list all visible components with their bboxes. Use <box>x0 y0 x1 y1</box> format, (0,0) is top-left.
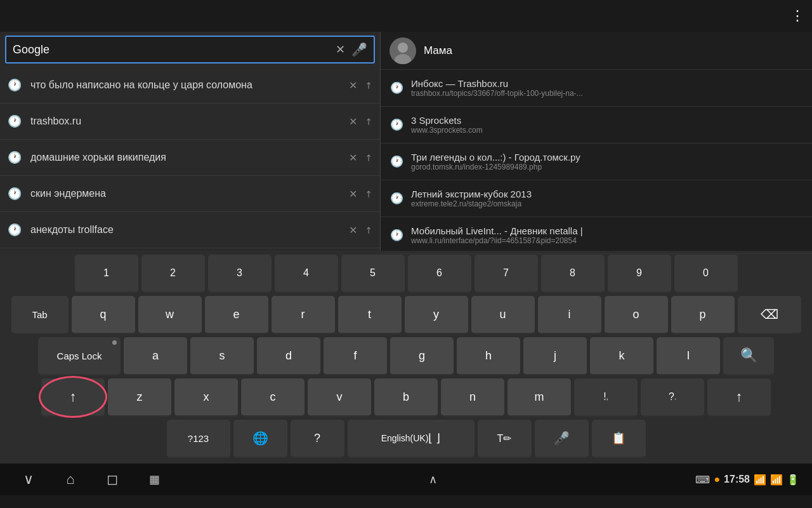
search-area: ✕ 🎤 🕐 что было написано на кольце у царя… <box>0 32 812 251</box>
key-2[interactable]: 2 <box>141 255 205 293</box>
suggestion-fill-button[interactable]: ↗ <box>362 224 375 236</box>
suggestion-remove-button[interactable]: ✕ <box>349 224 357 236</box>
contact-item[interactable]: Мама <box>381 32 812 70</box>
suggestion-remove-button[interactable]: ✕ <box>349 116 357 128</box>
history-item[interactable]: 🕐 Летний экстрим-кубок 2013 extreme.tele… <box>381 180 812 217</box>
key-k[interactable]: k <box>590 337 653 375</box>
suggestion-remove-button[interactable]: ✕ <box>349 79 357 91</box>
key-t[interactable]: t <box>338 296 402 334</box>
suggestion-item[interactable]: 🕐 trashbox.ru ✕ ↗ <box>0 104 380 140</box>
history-content: Инбокс — Trashbox.ru trashbox.ru/topics/… <box>411 78 803 98</box>
key-symbols[interactable]: ?123 <box>167 420 230 458</box>
suggestion-item[interactable]: 🕐 скин эндермена ✕ ↗ <box>0 176 380 212</box>
suggestion-fill-button[interactable]: ↗ <box>362 79 375 91</box>
left-panel: ✕ 🎤 🕐 что было написано на кольце у царя… <box>0 32 381 251</box>
key-6[interactable]: 6 <box>408 255 471 293</box>
key-d[interactable]: d <box>257 337 320 375</box>
history-item[interactable]: 🕐 Три легенды о кол...:) - Город.томск.р… <box>381 144 812 180</box>
key-i[interactable]: i <box>538 296 601 334</box>
key-5[interactable]: 5 <box>341 255 405 293</box>
key-1[interactable]: 1 <box>75 255 138 293</box>
key-shift-left[interactable]: ↑ <box>41 378 105 417</box>
top-bar: ⋮ <box>0 0 812 32</box>
history-content: 3 Sprockets www.3sprockets.com <box>411 115 803 135</box>
history-item[interactable]: 🕐 Мобильный LiveInt... - Дневник netalla… <box>381 217 812 254</box>
key-x[interactable]: x <box>174 378 238 417</box>
status-bar: ⌨ ● 17:58 📶 📶 🔋 <box>695 474 799 486</box>
search-input[interactable] <box>13 43 336 57</box>
keyboard-row-qwerty: Tab q w e r t y u i o p ⌫ <box>3 296 809 334</box>
caps-indicator <box>112 340 117 345</box>
key-p[interactable]: p <box>671 296 735 334</box>
key-c[interactable]: c <box>241 378 304 417</box>
history-title: Мобильный LiveInt... - Дневник netalla | <box>411 225 803 236</box>
key-z[interactable]: z <box>108 378 171 417</box>
key-v[interactable]: v <box>308 378 371 417</box>
key-shift-right[interactable]: ↑ <box>707 378 771 417</box>
clock-icon: 🕐 <box>390 118 403 131</box>
key-0[interactable]: 0 <box>674 255 738 293</box>
history-item[interactable]: 🕐 3 Sprockets www.3sprockets.com <box>381 107 812 144</box>
key-question[interactable]: ?. <box>641 378 704 417</box>
key-j[interactable]: j <box>523 337 587 375</box>
suggestion-fill-button[interactable]: ↗ <box>362 187 375 200</box>
key-o[interactable]: o <box>605 296 668 334</box>
key-text-edit[interactable]: T✏ <box>478 420 532 458</box>
key-capslock[interactable]: Caps Lock <box>38 337 121 375</box>
keyboard-row-bottom: ?123 🌐 ? English(UK) ⌊ ⌋ T✏ 🎤 📋 <box>3 420 809 458</box>
history-url: extreme.tele2.ru/stage2/omskaja <box>411 199 803 208</box>
key-tab[interactable]: Tab <box>11 296 69 334</box>
key-globe[interactable]: 🌐 <box>233 420 287 458</box>
key-l[interactable]: l <box>657 337 720 375</box>
key-g[interactable]: g <box>390 337 454 375</box>
suggestion-text: анекдоты trollface <box>30 224 349 236</box>
search-clear-button[interactable]: ✕ <box>336 43 345 57</box>
key-h[interactable]: h <box>457 337 520 375</box>
key-search[interactable]: 🔍 <box>723 337 774 375</box>
key-m[interactable]: m <box>508 378 571 417</box>
suggestion-fill-button[interactable]: ↗ <box>362 115 375 128</box>
search-mic-button[interactable]: 🎤 <box>351 42 367 57</box>
suggestion-item[interactable]: 🕐 домашние хорьки википедия ✕ ↗ <box>0 140 380 176</box>
key-mic[interactable]: 🎤 <box>535 420 589 458</box>
key-7[interactable]: 7 <box>475 255 538 293</box>
key-language[interactable]: English(UK) ⌊ ⌋ <box>348 420 475 458</box>
key-b[interactable]: b <box>374 378 438 417</box>
key-s[interactable]: s <box>190 337 254 375</box>
key-e[interactable]: e <box>205 296 268 334</box>
key-w[interactable]: w <box>138 296 202 334</box>
key-r[interactable]: r <box>272 296 335 334</box>
history-item[interactable]: 🕐 Инбокс — Trashbox.ru trashbox.ru/topic… <box>381 70 812 107</box>
key-a[interactable]: a <box>124 337 187 375</box>
suggestion-text: домашние хорьки википедия <box>30 152 349 163</box>
clock-icon: 🕐 <box>390 229 403 242</box>
key-9[interactable]: 9 <box>608 255 671 293</box>
key-4[interactable]: 4 <box>275 255 338 293</box>
suggestion-item[interactable]: 🕐 анекдоты trollface ✕ ↗ <box>0 212 380 248</box>
nav-back-button[interactable]: ∨ <box>13 471 44 488</box>
suggestion-fill-button[interactable]: ↗ <box>362 151 375 164</box>
nav-home-button[interactable]: ⌂ <box>55 471 86 488</box>
history-icon: 🕐 <box>8 223 22 237</box>
nav-qr-button[interactable]: ▦ <box>138 472 170 486</box>
key-exclaim[interactable]: !, <box>574 378 638 417</box>
key-n[interactable]: n <box>441 378 504 417</box>
key-y[interactable]: y <box>405 296 468 334</box>
key-f[interactable]: f <box>324 337 387 375</box>
clock-icon: 🕐 <box>390 81 403 95</box>
nav-bar: ∨ ⌂ ◻ ▦ ∧ ⌨ ● 17:58 📶 📶 🔋 <box>0 464 812 495</box>
nav-up-button[interactable]: ∧ <box>417 472 449 486</box>
key-8[interactable]: 8 <box>541 255 605 293</box>
key-backspace[interactable]: ⌫ <box>738 296 801 334</box>
key-question-mark[interactable]: ? <box>291 420 344 458</box>
suggestion-remove-button[interactable]: ✕ <box>349 188 357 200</box>
key-q[interactable]: q <box>72 296 135 334</box>
suggestion-remove-button[interactable]: ✕ <box>349 152 357 164</box>
more-icon[interactable]: ⋮ <box>790 8 806 24</box>
history-icon: 🕐 <box>8 78 22 92</box>
nav-recents-button[interactable]: ◻ <box>96 471 128 488</box>
key-clipboard[interactable]: 📋 <box>592 420 646 458</box>
key-u[interactable]: u <box>471 296 535 334</box>
key-3[interactable]: 3 <box>208 255 272 293</box>
suggestion-item[interactable]: 🕐 что было написано на кольце у царя сол… <box>0 67 380 104</box>
